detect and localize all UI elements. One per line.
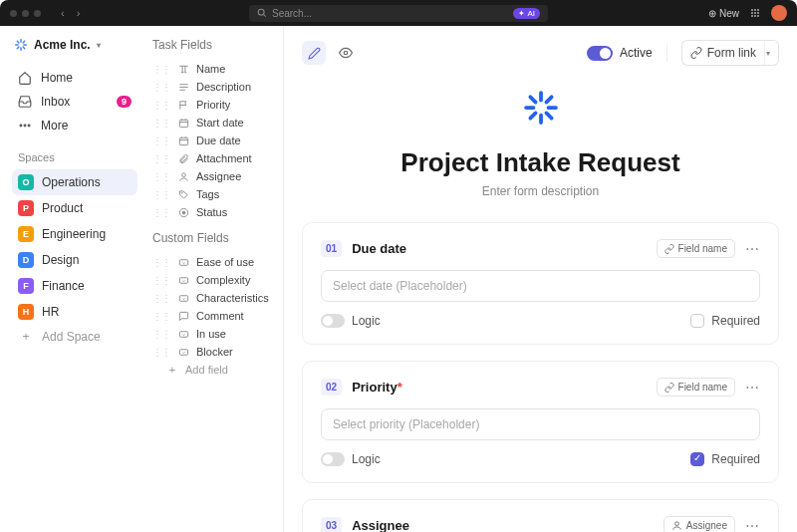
space-label: Finance <box>42 279 85 293</box>
nav-forward[interactable]: › <box>77 7 81 19</box>
active-toggle[interactable]: Active <box>587 46 653 61</box>
required-label: Required <box>711 314 760 328</box>
field-badge-label: Field name <box>678 243 727 254</box>
space-item-finance[interactable]: FFinance <box>12 273 137 299</box>
task-field-assignee[interactable]: ⋮⋮Assignee <box>150 167 277 185</box>
field-title[interactable]: Assignee <box>352 518 409 532</box>
avatar[interactable] <box>771 5 787 21</box>
field-input[interactable]: Select date (Placeholder) <box>321 270 760 302</box>
drag-handle-icon[interactable]: ⋮⋮ <box>152 189 170 200</box>
required-toggle[interactable]: Required <box>690 452 760 466</box>
required-toggle[interactable]: Required <box>690 314 760 328</box>
drag-handle-icon[interactable]: ⋮⋮ <box>152 207 170 218</box>
drag-handle-icon[interactable]: ⋮⋮ <box>152 64 170 75</box>
field-label: Tags <box>196 188 219 200</box>
edit-mode-button[interactable] <box>302 41 326 65</box>
space-label: Operations <box>42 175 101 189</box>
task-field-name[interactable]: ⋮⋮Name <box>150 60 277 78</box>
add-space-button[interactable]: + Add Space <box>12 325 137 349</box>
svg-rect-14 <box>179 349 187 355</box>
chevron-down-icon: ▾ <box>97 41 101 50</box>
add-space-label: Add Space <box>42 330 101 344</box>
workspace-switcher[interactable]: Acme Inc. ▾ <box>12 38 137 52</box>
task-field-description[interactable]: ⋮⋮Description <box>150 78 277 96</box>
active-label: Active <box>620 46 653 60</box>
drag-handle-icon[interactable]: ⋮⋮ <box>152 311 170 322</box>
field-number: 01 <box>321 240 342 257</box>
nav-back[interactable]: ‹ <box>61 7 65 19</box>
nav-more-label: More <box>41 119 68 133</box>
field-title[interactable]: Priority* <box>352 380 402 395</box>
field-input[interactable]: Select priority (Placeholder) <box>321 408 760 440</box>
field-name-button[interactable]: Field name <box>657 239 735 258</box>
drag-handle-icon[interactable]: ⋮⋮ <box>152 329 170 340</box>
field-type-icon <box>177 118 189 129</box>
svg-rect-12 <box>179 295 187 301</box>
task-field-tags[interactable]: ⋮⋮Tags <box>150 185 277 203</box>
space-item-operations[interactable]: OOperations <box>12 169 137 195</box>
drag-handle-icon[interactable]: ⋮⋮ <box>152 257 170 268</box>
nav-home[interactable]: Home <box>12 66 137 90</box>
nav-more[interactable]: More <box>12 114 137 137</box>
space-item-design[interactable]: DDesign <box>12 247 137 273</box>
search-input[interactable]: Search... ✦ AI <box>249 5 548 22</box>
drag-handle-icon[interactable]: ⋮⋮ <box>152 171 170 182</box>
custom-field-in-use[interactable]: ⋮⋮In use <box>150 325 277 343</box>
drag-handle-icon[interactable]: ⋮⋮ <box>152 347 170 358</box>
form-toolbar: Active Form link ▾ <box>284 26 797 76</box>
svg-rect-4 <box>179 120 187 127</box>
custom-field-comment[interactable]: ⋮⋮Comment <box>150 307 277 325</box>
checkbox-icon <box>690 452 704 466</box>
link-icon <box>690 47 702 59</box>
drag-handle-icon[interactable]: ⋮⋮ <box>152 153 170 164</box>
field-label: Ease of use <box>196 256 254 268</box>
custom-field-ease-of-use[interactable]: ⋮⋮Ease of use <box>150 253 277 271</box>
drag-handle-icon[interactable]: ⋮⋮ <box>152 275 170 286</box>
preview-mode-button[interactable] <box>334 41 358 65</box>
form-link-button[interactable]: Form link <box>681 40 765 66</box>
new-button[interactable]: ⊕ New <box>708 8 739 19</box>
field-name-button[interactable]: Field name <box>657 378 735 397</box>
custom-field-blocker[interactable]: ⋮⋮Blocker <box>150 343 277 361</box>
drag-handle-icon[interactable]: ⋮⋮ <box>152 135 170 146</box>
field-title[interactable]: Due date <box>352 241 406 256</box>
task-field-due-date[interactable]: ⋮⋮Due date <box>150 132 277 149</box>
form-description[interactable]: Enter form description <box>302 184 779 198</box>
field-more-button[interactable]: ⋯ <box>745 380 760 396</box>
ai-badge[interactable]: ✦ AI <box>513 8 540 19</box>
field-name-button[interactable]: Assignee <box>664 516 735 532</box>
field-type-icon <box>177 82 189 93</box>
task-field-priority[interactable]: ⋮⋮Priority <box>150 96 277 114</box>
custom-field-characteristics[interactable]: ⋮⋮Characteristics <box>150 289 277 307</box>
logic-toggle[interactable]: Logic <box>321 314 381 328</box>
space-item-product[interactable]: PProduct <box>12 195 137 221</box>
drag-handle-icon[interactable]: ⋮⋮ <box>152 293 170 304</box>
apps-icon[interactable] <box>751 9 759 17</box>
form-logo <box>302 90 779 126</box>
field-more-button[interactable]: ⋯ <box>745 241 760 257</box>
field-badge-icon <box>664 383 674 393</box>
drag-handle-icon[interactable]: ⋮⋮ <box>152 100 170 111</box>
space-label: HR <box>42 305 59 319</box>
window-controls[interactable] <box>10 10 41 17</box>
custom-field-complexity[interactable]: ⋮⋮Complexity <box>150 271 277 289</box>
task-field-start-date[interactable]: ⋮⋮Start date <box>150 114 277 132</box>
form-title[interactable]: Project Intake Request <box>302 147 779 178</box>
space-item-hr[interactable]: HHR <box>12 299 137 325</box>
field-label: Start date <box>196 117 244 129</box>
nav-inbox[interactable]: Inbox 9 <box>12 90 137 114</box>
drag-handle-icon[interactable]: ⋮⋮ <box>152 118 170 129</box>
form-link-more[interactable]: ▾ <box>757 40 779 66</box>
space-item-engineering[interactable]: EEngineering <box>12 221 137 247</box>
field-more-button[interactable]: ⋯ <box>745 518 760 533</box>
drag-handle-icon[interactable]: ⋮⋮ <box>152 82 170 93</box>
task-field-attachment[interactable]: ⋮⋮Attachment <box>150 149 277 167</box>
add-field-button[interactable]: + Add field <box>150 361 277 379</box>
spaces-heading: Spaces <box>18 151 137 163</box>
fields-panel: Task Fields ⋮⋮Name⋮⋮Description⋮⋮Priorit… <box>144 26 283 532</box>
add-field-label: Add field <box>185 364 228 376</box>
field-number: 03 <box>321 517 342 532</box>
task-field-status[interactable]: ⋮⋮Status <box>150 203 277 221</box>
toggle-off-icon <box>321 314 345 328</box>
logic-toggle[interactable]: Logic <box>321 452 381 466</box>
